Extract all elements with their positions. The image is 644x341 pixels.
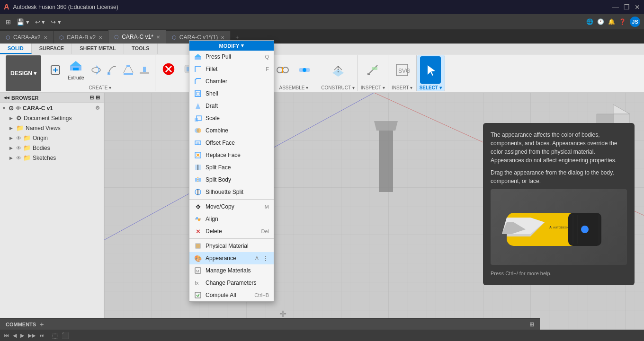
construct-group-label: CONSTRUCT ▾ [321,84,354,91]
cancel-button[interactable] [158,55,179,83]
view-mode-2d-icon[interactable]: ⬚ [52,332,58,339]
root-visibility-icon[interactable]: 👁 [16,105,21,111]
playback-next-icon[interactable]: ▶▶ [28,332,36,339]
named-views-icon: 📁 [16,124,24,131]
sketches-visibility-icon[interactable]: 👁 [16,155,21,161]
maximize-button[interactable]: ❐ [624,3,630,11]
menu-item-delete[interactable]: ✕ Delete Del [189,225,274,237]
menu-item-compute-all[interactable]: Compute All Ctrl+B [189,289,274,301]
browser-filter-icon[interactable]: ⊟ [89,95,94,101]
menu-item-shell[interactable]: Shell [189,87,274,100]
motion-link-button[interactable] [294,56,315,84]
ribbon-tab-solid[interactable]: SOLID [0,44,32,54]
menu-item-physical-material[interactable]: Physical Material [189,240,274,252]
measure-button[interactable] [362,56,383,84]
tab-close-cara-cv1[interactable]: ✕ [156,35,160,40]
scale-icon [194,114,202,122]
extrude-button[interactable]: Extrude [64,56,88,84]
offset-face-label: Offset Face [206,140,269,146]
doc-settings-arrow: ▶ [9,116,14,121]
manage-materials-label: Manage Materials [206,267,269,274]
menu-item-move-copy[interactable]: ✥ Move/Copy M [189,201,274,213]
svg-point-56 [197,128,201,133]
playback-prev-icon[interactable]: ◀ [13,332,17,339]
browser-item-doc-settings[interactable]: ▶ ⚙ Document Settings [0,113,104,123]
document-tab-bar: ⬡ CARA-Av2 ✕ ⬡ CARA-B v2 ✕ ⬡ CARA-C v1* … [0,29,644,44]
playback-play-icon[interactable]: ▶ [20,332,24,339]
tooltip-description2: Drag the appearance from the dialog to t… [491,168,627,185]
revolve-button[interactable] [89,63,104,77]
loft-button[interactable] [121,63,136,77]
tab-cara-av2[interactable]: ⬡ CARA-Av2 ✕ [0,31,54,44]
minimize-button[interactable]: — [612,3,619,11]
menu-item-align[interactable]: Align [189,213,274,225]
knife-illustration: A AUTODESK [497,194,620,260]
tab-close-cara-av2[interactable]: ✕ [44,35,47,40]
menu-item-change-parameters[interactable]: fx Change Parameters [189,277,274,289]
menu-item-silhouette-split[interactable]: Silhouette Split [189,186,274,198]
menu-item-replace-face[interactable]: Replace Face [189,149,274,161]
close-button[interactable]: ✕ [635,3,640,11]
tab-close-cara-cv1-1[interactable]: ✕ [221,35,224,40]
menu-item-chamfer[interactable]: Chamfer [189,75,274,87]
menu-item-combine[interactable]: Combine [189,124,274,137]
svg-text:fx: fx [195,280,199,286]
tab-cara-bv2[interactable]: ⬡ CARA-B v2 ✕ [54,31,108,44]
svg-rect-7 [126,65,130,67]
svg-point-22 [277,67,283,73]
silhouette-split-label: Silhouette Split [206,189,269,195]
playback-start-icon[interactable]: ⏮ [4,332,9,338]
tab-cara-cv1[interactable]: ⬡ CARA-C v1* ✕ [108,30,166,44]
menu-item-split-body[interactable]: Split Body [189,174,274,186]
comments-add-icon[interactable]: + [40,321,44,328]
browser-item-bodies[interactable]: ▶ 👁 📁 Bodies [0,143,104,153]
browser-item-origin[interactable]: ▶ 👁 📁 Origin [0,133,104,143]
modify-menu-header[interactable]: MODIFY ▾ [189,41,274,51]
save-dropdown-button[interactable]: 💾 ▾ [15,17,31,26]
tab-close-cara-bv2[interactable]: ✕ [98,35,102,40]
insert-svg-button[interactable]: SVG [392,56,412,84]
menu-item-offset-face[interactable]: Offset Face [189,137,274,149]
named-views-arrow: ▶ [9,126,14,131]
ribbon-tab-sheet-metal[interactable]: SHEET METAL [72,44,124,54]
browser-item-named-views[interactable]: ▶ 📁 Named Views [0,123,104,133]
browser-collapse-icon[interactable]: ◂◂ [4,95,9,101]
comments-expand-icon[interactable]: ⊞ [529,321,534,328]
menu-item-scale[interactable]: Scale [189,112,274,124]
menu-item-press-pull[interactable]: Press Pull Q [189,51,274,63]
rib-button[interactable] [137,63,152,77]
menu-item-fillet[interactable]: Fillet F [189,63,274,75]
svg-marker-41 [613,105,630,114]
bodies-visibility-icon[interactable]: 👁 [16,145,21,151]
appearance-options-icon[interactable]: ⋮ [262,254,269,262]
browser-panel: ◂◂ BROWSER ⊟ ⊞ ▼ ⊙ 👁 CARA-C v1 ⚙ ▶ ⚙ Doc… [0,93,104,338]
bodies-label: Bodies [33,145,50,151]
menu-item-draft[interactable]: Draft [189,100,274,112]
menu-item-appearance[interactable]: 🎨 Appearance A ⋮ [189,252,274,264]
construct-group-icons [328,55,349,84]
menu-item-split-face[interactable]: Split Face [189,161,274,174]
undo-button[interactable]: ↩ ▾ [33,17,47,26]
ribbon-tab-surface[interactable]: SURFACE [32,44,72,54]
rib-icon [139,64,150,76]
browser-item-sketches[interactable]: ▶ 👁 📁 Sketches [0,153,104,163]
window-controls[interactable]: — ❐ ✕ [612,3,640,11]
new-component-button[interactable] [48,63,63,77]
menu-item-manage-materials[interactable]: M Manage Materials [189,264,274,277]
comments-label: COMMENTS [6,322,36,327]
browser-expand-icon[interactable]: ⊞ [96,95,100,101]
sweep-button[interactable] [105,63,120,77]
redo-button[interactable]: ↪ ▾ [49,17,63,26]
browser-item-root[interactable]: ▼ ⊙ 👁 CARA-C v1 ⚙ [0,103,104,113]
offset-plane-button[interactable] [328,56,349,84]
select-button[interactable] [420,56,441,84]
playback-end-icon[interactable]: ⏭ [39,332,45,338]
extrude-icon [68,59,83,74]
grid-menu-button[interactable]: ⊞ [4,17,13,26]
help-icon: ❓ [619,18,626,25]
design-workspace-button[interactable]: DESIGN ▾ [6,55,41,91]
ribbon-tab-tools[interactable]: TOOLS [124,44,158,54]
joint-button[interactable] [272,56,293,84]
view-mode-3d-icon[interactable]: ⬛ [62,332,69,339]
origin-visibility-icon[interactable]: 👁 [16,135,21,141]
